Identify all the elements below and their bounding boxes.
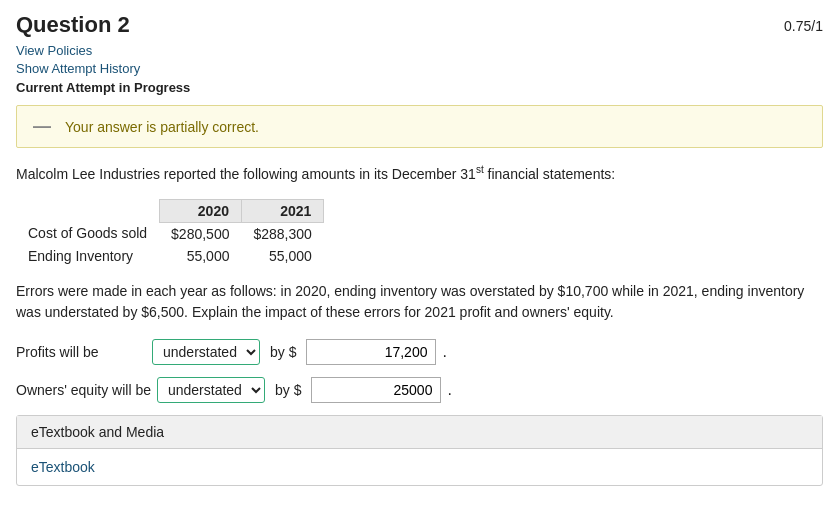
table-cell-cogs-2021: $288,300 [241, 222, 323, 245]
table-cell-inventory-2021: 55,000 [241, 245, 323, 267]
errors-paragraph: Errors were made in each year as follows… [16, 281, 823, 323]
owners-select[interactable]: understated overstated [157, 377, 265, 403]
owners-equity-row: Owners' equity will be understated overs… [16, 377, 823, 403]
partial-correct-text: Your answer is partially correct. [65, 119, 259, 135]
current-attempt-label: Current Attempt in Progress [16, 80, 823, 95]
table-row: Cost of Goods sold $280,500 $288,300 [16, 222, 324, 245]
profits-label: Profits will be [16, 344, 146, 360]
profits-input[interactable] [306, 339, 436, 365]
dot-1: . [442, 343, 446, 361]
view-policies-link[interactable]: View Policies [16, 43, 92, 58]
score: 0.75/1 [784, 18, 823, 34]
table-cell-inventory-label: Ending Inventory [16, 245, 159, 267]
table-header-2021: 2021 [241, 199, 323, 222]
profits-row: Profits will be understated overstated b… [16, 339, 823, 365]
table-cell-inventory-2020: 55,000 [159, 245, 241, 267]
owners-by-label: by $ [275, 382, 301, 398]
profits-by-label: by $ [270, 344, 296, 360]
financial-table: 2020 2021 Cost of Goods sold $280,500 $2… [16, 199, 324, 267]
question-title: Question 2 [16, 12, 130, 38]
etextbook-link[interactable]: eTextbook [31, 459, 95, 475]
table-cell-cogs-2020: $280,500 [159, 222, 241, 245]
etextbook-header: eTextbook and Media [17, 416, 822, 449]
dot-2: . [447, 381, 451, 399]
etextbook-section: eTextbook and Media eTextbook [16, 415, 823, 486]
table-header-empty [16, 199, 159, 222]
table-cell-cogs-label: Cost of Goods sold [16, 222, 159, 245]
owners-label: Owners' equity will be [16, 382, 151, 398]
profits-select[interactable]: understated overstated [152, 339, 260, 365]
show-attempt-history-link[interactable]: Show Attempt History [16, 61, 140, 76]
problem-statement: Malcolm Lee Industries reported the foll… [16, 162, 823, 185]
dash-icon: — [33, 116, 51, 137]
table-header-2020: 2020 [159, 199, 241, 222]
owners-input[interactable] [311, 377, 441, 403]
table-row: Ending Inventory 55,000 55,000 [16, 245, 324, 267]
partial-correct-box: — Your answer is partially correct. [16, 105, 823, 148]
